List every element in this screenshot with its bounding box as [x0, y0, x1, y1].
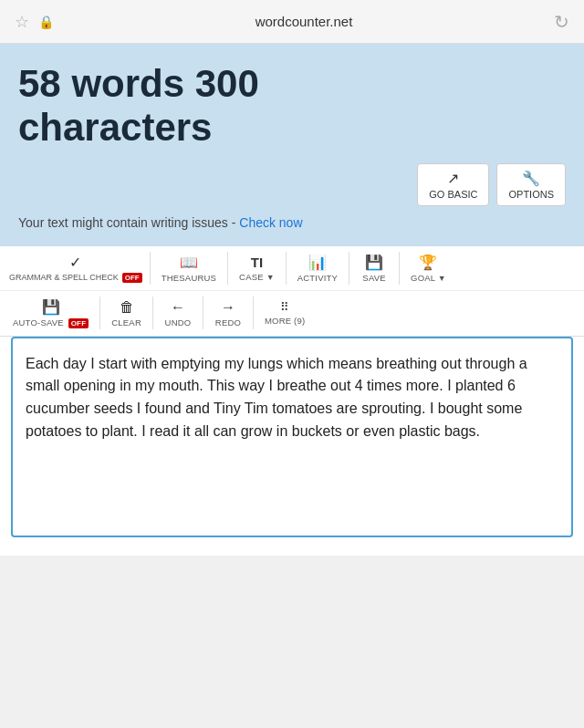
- undo-label: UNDO: [165, 317, 192, 328]
- save-button[interactable]: 💾 SAVE: [351, 246, 397, 290]
- lock-icon: 🔒: [38, 15, 54, 29]
- autosave-label: AUTO-SAVE OFF: [13, 317, 89, 328]
- grammar-label-text: GRAMMAR & SPELL CHECK: [9, 273, 119, 282]
- case-icon: TI: [251, 255, 263, 270]
- options-label: OPTIONS: [508, 189, 554, 200]
- editor-textarea[interactable]: [11, 337, 573, 537]
- reload-icon[interactable]: ↻: [554, 11, 569, 33]
- redo-button[interactable]: → REDO: [205, 292, 251, 335]
- word-count-text: 58 words 300: [18, 62, 259, 105]
- grammar-off-badge: OFF: [122, 273, 142, 283]
- options-icon: 🔧: [522, 170, 540, 187]
- redo-icon: →: [221, 299, 235, 316]
- activity-icon: 📊: [308, 254, 327, 271]
- stats-buttons: ↗ GO BASIC 🔧 OPTIONS: [18, 163, 566, 206]
- divider-2: [227, 252, 228, 285]
- goal-icon: 🏆: [419, 254, 437, 271]
- redo-label: REDO: [215, 317, 241, 328]
- divider-9: [253, 296, 254, 329]
- divider-6: [99, 296, 100, 329]
- word-count: 58 words 300 characters: [18, 62, 566, 151]
- go-basic-icon: ↗: [447, 170, 459, 187]
- go-basic-label: GO BASIC: [429, 189, 477, 200]
- options-button[interactable]: 🔧 OPTIONS: [496, 163, 566, 206]
- check-now-link[interactable]: Check now: [239, 215, 302, 230]
- goal-label: GOAL ▼: [411, 273, 446, 283]
- browser-icons-left: ☆ 🔒: [15, 12, 54, 32]
- more-button[interactable]: ⠿ MORE (9): [256, 293, 314, 333]
- activity-button[interactable]: 📊 ACTIVITY: [288, 246, 347, 290]
- case-label: CASE ▼: [239, 272, 275, 282]
- divider-3: [286, 252, 287, 285]
- divider-1: [150, 252, 151, 285]
- case-button[interactable]: TI CASE ▼: [230, 247, 284, 289]
- more-icon: ⠿: [280, 300, 290, 314]
- undo-button[interactable]: ← UNDO: [155, 292, 201, 335]
- clear-icon: 🗑: [120, 299, 134, 316]
- char-label: characters: [18, 106, 212, 149]
- stats-area: 58 words 300 characters ↗ GO BASIC 🔧 OPT…: [0, 44, 584, 246]
- more-label: MORE (9): [265, 316, 305, 326]
- thesaurus-button[interactable]: 📖 THESAURUS: [152, 246, 225, 290]
- toolbar-row-2: 💾 AUTO-SAVE OFF 🗑 CLEAR ← UNDO → REDO ⠿ …: [0, 291, 584, 336]
- writing-issues: Your text might contain writing issues -…: [18, 215, 566, 230]
- divider-7: [152, 296, 153, 329]
- star-icon[interactable]: ☆: [15, 12, 29, 32]
- activity-label: ACTIVITY: [297, 273, 338, 283]
- checkmark-icon: ✓: [69, 254, 81, 271]
- autosave-button[interactable]: 💾 AUTO-SAVE OFF: [4, 291, 98, 336]
- thesaurus-icon: 📖: [180, 254, 198, 271]
- autosave-icon: 💾: [42, 298, 60, 316]
- divider-8: [203, 296, 203, 329]
- grammar-spell-button[interactable]: ✓ GRAMMAR & SPELL CHECK OFF: [4, 246, 148, 290]
- thesaurus-label: THESAURUS: [162, 273, 216, 283]
- go-basic-button[interactable]: ↗ GO BASIC: [417, 163, 489, 206]
- writing-issues-text: Your text might contain writing issues -: [18, 215, 239, 230]
- clear-button[interactable]: 🗑 CLEAR: [102, 292, 151, 335]
- divider-5: [399, 252, 400, 285]
- goal-button[interactable]: 🏆 GOAL ▼: [402, 246, 455, 290]
- clear-label: CLEAR: [111, 317, 141, 328]
- undo-icon: ←: [171, 299, 185, 316]
- toolbar-row-1: ✓ GRAMMAR & SPELL CHECK OFF 📖 THESAURUS …: [0, 246, 584, 291]
- toolbar: ✓ GRAMMAR & SPELL CHECK OFF 📖 THESAURUS …: [0, 246, 584, 337]
- save-label: SAVE: [362, 273, 385, 283]
- save-icon: 💾: [365, 254, 383, 271]
- divider-4: [349, 252, 349, 285]
- browser-bar: ☆ 🔒 wordcounter.net ↻: [0, 0, 584, 44]
- browser-url: wordcounter.net: [256, 14, 353, 29]
- main-content: [0, 337, 584, 556]
